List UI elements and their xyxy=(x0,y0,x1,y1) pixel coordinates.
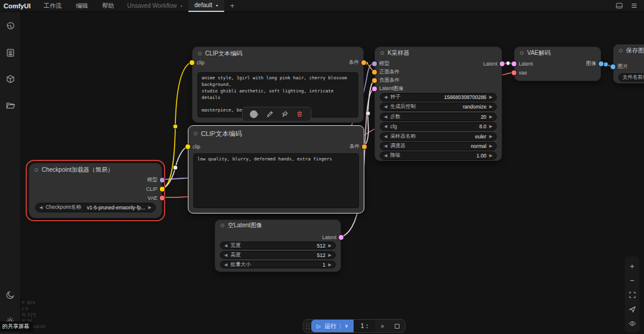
reroute-dot-clip2[interactable] xyxy=(173,165,178,170)
node-header[interactable]: K采样器 xyxy=(375,47,501,59)
collapse-dot-icon[interactable] xyxy=(619,49,623,52)
widget-denoise[interactable]: ◀ 降噪 1.00 ▶ xyxy=(380,151,497,160)
latent-port-dot[interactable] xyxy=(372,86,377,91)
collapse-dot-icon[interactable] xyxy=(380,51,384,55)
widget-control-after-generate[interactable]: ◀ 生成后控制 randomize ▶ xyxy=(380,103,497,111)
input-port-latent-image[interactable]: Latent图像 xyxy=(372,86,404,92)
right-arrow-icon[interactable]: ▶ xyxy=(490,104,493,109)
left-arrow-icon[interactable]: ◀ xyxy=(384,144,387,149)
latent-port-dot[interactable] xyxy=(339,235,343,240)
node-header[interactable]: CLIP文本编码 xyxy=(193,47,363,60)
clear-queue-button[interactable]: × xyxy=(375,320,390,332)
conditioning-port-dot[interactable] xyxy=(361,60,366,65)
conditioning-port-dot[interactable] xyxy=(372,78,377,83)
conditioning-port-dot[interactable] xyxy=(372,70,377,75)
latent-port-dot[interactable] xyxy=(500,61,504,66)
select-mode-button[interactable] xyxy=(625,302,639,316)
toggle-links-button[interactable] xyxy=(625,316,639,330)
widget-steps[interactable]: ◀ 步数 20 ▶ xyxy=(380,113,497,121)
run-button[interactable]: ▷ 运行 ∨ xyxy=(311,320,354,332)
conditioning-port-dot[interactable] xyxy=(362,144,367,149)
left-arrow-icon[interactable]: ◀ xyxy=(224,243,227,248)
widget-sampler-name[interactable]: ◀ 采样器名称 euler ▶ xyxy=(380,132,497,141)
left-arrow-icon[interactable]: ◀ xyxy=(39,205,42,210)
theme-toggle-button[interactable] xyxy=(0,283,21,307)
left-arrow-icon[interactable]: ◀ xyxy=(384,153,387,158)
widget-value[interactable]: 1.00 xyxy=(476,153,487,159)
input-port-clip[interactable]: clip xyxy=(185,144,200,150)
menu-edit[interactable]: 编辑 xyxy=(69,2,95,10)
collapse-dot-icon[interactable] xyxy=(35,168,38,172)
right-arrow-icon[interactable]: ▶ xyxy=(490,134,493,139)
input-port-clip[interactable]: clip xyxy=(190,60,205,66)
input-port-negative[interactable]: 负面条件 xyxy=(372,78,400,84)
input-port-positive[interactable]: 正面条件 xyxy=(372,69,400,75)
new-workflow-tab-button[interactable]: + xyxy=(224,1,241,10)
node-header[interactable]: Checkpoint加载器（简易） xyxy=(29,163,162,177)
zoom-in-button[interactable]: + xyxy=(625,259,639,273)
clip-port-dot[interactable] xyxy=(185,144,190,149)
vae-port-dot[interactable] xyxy=(512,70,516,75)
right-arrow-icon[interactable]: ▶ xyxy=(329,262,332,267)
decrement-icon[interactable]: ▾ xyxy=(366,326,368,329)
output-port-conditioning[interactable]: 条件 xyxy=(349,60,366,66)
vae-port-dot[interactable] xyxy=(160,196,165,200)
delete-node-button[interactable] xyxy=(296,110,304,118)
widget-scheduler[interactable]: ◀ 调度器 normal ▶ xyxy=(380,142,497,150)
input-port-model[interactable]: 模型 xyxy=(372,61,389,67)
right-arrow-icon[interactable]: ▶ xyxy=(490,115,493,119)
output-port-vae[interactable]: VAE xyxy=(148,195,165,201)
right-arrow-icon[interactable]: ▶ xyxy=(490,144,493,149)
output-port-model[interactable]: 模型 xyxy=(147,177,165,183)
node-vae-decode[interactable]: VAE解码 Latent vae 图像 xyxy=(514,47,601,81)
node-header[interactable]: 空Latent图像 xyxy=(215,220,340,231)
node-empty-latent-image[interactable]: 空Latent图像 Latent ◀ 宽度 512 ▶ ◀ 高度 512 ▶ ◀… xyxy=(215,219,341,272)
model-port-dot[interactable] xyxy=(372,61,377,66)
node-checkpoint-loader[interactable]: Checkpoint加载器（简易） 模型 CLIP VAE ◀ Checkpoi… xyxy=(29,163,162,218)
output-port-latent[interactable]: Latent xyxy=(483,61,504,67)
collapse-dot-icon[interactable] xyxy=(221,224,224,227)
right-arrow-icon[interactable]: ▶ xyxy=(329,243,332,248)
right-arrow-icon[interactable]: ▶ xyxy=(329,253,332,258)
latent-port-dot[interactable] xyxy=(512,61,516,66)
sidebar-item-queue[interactable] xyxy=(0,14,21,38)
widget-cfg[interactable]: ◀ cfg 8.0 ▶ xyxy=(380,122,497,131)
clip-port-dot[interactable] xyxy=(190,60,194,65)
clip-port-dot[interactable] xyxy=(160,187,165,191)
reroute-dot-image[interactable] xyxy=(603,62,608,67)
node-canvas[interactable]: CLIP文本编码 clip 条件 anime style, 1girl with… xyxy=(0,0,644,334)
image-port-dot[interactable] xyxy=(611,64,615,69)
right-arrow-icon[interactable]: ▶ xyxy=(148,205,151,210)
input-port-vae[interactable]: vae xyxy=(512,70,527,76)
left-arrow-icon[interactable]: ◀ xyxy=(384,134,387,139)
widget-value[interactable]: 156680308700286 xyxy=(444,94,487,100)
toggle-bottom-panel-button[interactable] xyxy=(615,2,623,10)
left-arrow-icon[interactable]: ◀ xyxy=(224,262,227,267)
left-arrow-icon[interactable]: ◀ xyxy=(384,115,387,119)
widget-batch-size[interactable]: ◀ 批量大小 1 ▶ xyxy=(220,261,336,268)
main-menu-button[interactable] xyxy=(630,2,638,10)
output-port-latent[interactable]: Latent xyxy=(322,234,343,240)
widget-value[interactable]: 512 xyxy=(317,252,325,258)
pin-button[interactable] xyxy=(281,110,289,118)
tab-default[interactable]: default ● xyxy=(188,0,224,12)
node-header[interactable]: 保存图像 xyxy=(614,45,644,57)
collapse-dot-icon[interactable] xyxy=(520,51,524,55)
edit-brush-button[interactable] xyxy=(266,110,274,118)
left-arrow-icon[interactable]: ◀ xyxy=(384,95,387,100)
input-port-latent[interactable]: Latent xyxy=(512,61,533,67)
output-port-clip[interactable]: CLIP xyxy=(146,186,165,192)
node-ksampler[interactable]: K采样器 模型 正面条件 负面条件 Latent图像 Latent ◀ 种子 1… xyxy=(374,47,502,161)
widget-height[interactable]: ◀ 高度 512 ▶ xyxy=(220,251,336,259)
batch-count-value[interactable]: 1 xyxy=(361,323,364,329)
widget-value[interactable]: 1 xyxy=(323,262,326,268)
model-port-dot[interactable] xyxy=(160,178,165,183)
left-arrow-icon[interactable]: ◀ xyxy=(384,124,387,129)
menu-help[interactable]: 帮助 xyxy=(95,2,121,10)
toolbar-drag-handle[interactable] xyxy=(304,320,311,332)
widget-value[interactable]: normal xyxy=(471,143,487,149)
sidebar-item-workflows[interactable] xyxy=(0,93,21,117)
widget-value[interactable]: euler xyxy=(475,134,487,140)
tab-unsaved-workflow[interactable]: Unsaved Workflow ● xyxy=(121,0,188,12)
collapse-dot-icon[interactable] xyxy=(198,52,202,55)
